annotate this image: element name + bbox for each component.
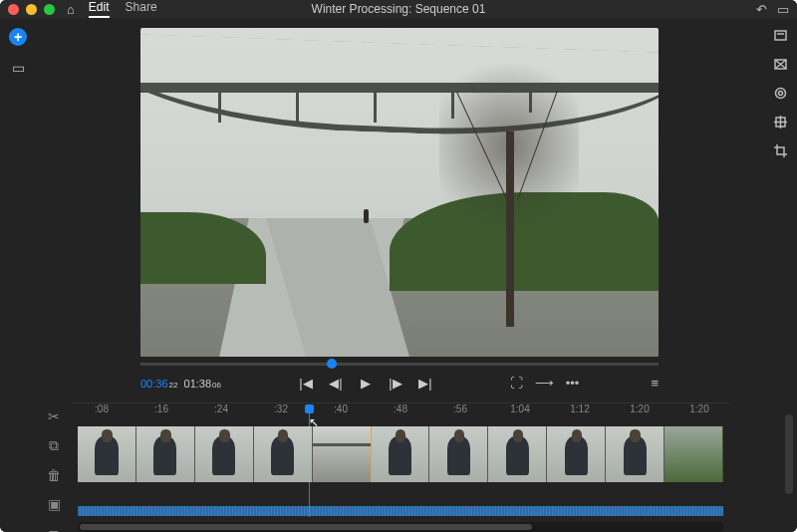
ruler-tick: :32 xyxy=(251,403,311,422)
crop-icon[interactable] xyxy=(773,143,788,158)
scrubber-playhead[interactable] xyxy=(327,359,337,369)
track-options-icon[interactable]: ≣ xyxy=(48,525,60,532)
clip-thumbnail[interactable] xyxy=(78,426,136,482)
preview-right-controls: ⛶ ⟶ ••• ≡ xyxy=(510,376,659,391)
ruler-tick: :08 xyxy=(72,403,132,422)
clip-thumbnail-selected[interactable] xyxy=(313,426,372,482)
main-body: + ▭ xyxy=(0,18,797,532)
clip-thumbnail[interactable] xyxy=(547,426,606,482)
transform-icon[interactable] xyxy=(773,115,788,130)
ruler-tick: 1:20 xyxy=(610,403,669,422)
scissors-icon[interactable]: ✂ xyxy=(48,408,60,424)
panel-toggle-icon[interactable]: ▣ xyxy=(48,496,61,512)
titlebar: ⌂ Edit Share Winter Processing: Sequence… xyxy=(0,0,797,18)
export-frame-icon[interactable]: ⟶ xyxy=(535,376,554,391)
ruler-tick: :40 xyxy=(311,403,371,422)
preview-scrubber[interactable] xyxy=(140,363,659,366)
bridge-strut xyxy=(374,83,377,123)
step-forward-button[interactable]: |▶ xyxy=(389,376,402,391)
home-icon[interactable]: ⌂ xyxy=(67,2,75,17)
maximize-window-button[interactable] xyxy=(44,4,55,15)
svg-point-4 xyxy=(778,92,782,96)
preview-area: 00:3622 01:3806 |◀ ◀| ▶ |▶ ▶| ⛶ ⟶ ••• xyxy=(36,18,763,402)
ruler-tick: :48 xyxy=(371,403,430,422)
menu-share[interactable]: Share xyxy=(126,0,157,18)
clip-thumbnail[interactable] xyxy=(488,426,547,482)
playback-controls: 00:3622 01:3806 |◀ ◀| ▶ |▶ ▶| ⛶ ⟶ ••• xyxy=(140,372,659,399)
vertical-scrollbar[interactable] xyxy=(785,414,793,494)
titles-icon[interactable] xyxy=(773,28,788,43)
clip-thumbnail[interactable] xyxy=(429,426,488,482)
ruler-tick: 1:12 xyxy=(550,403,610,422)
center-panel: 00:3622 01:3806 |◀ ◀| ▶ |▶ ▶| ⛶ ⟶ ••• xyxy=(36,18,763,532)
ruler-tick: 1:04 xyxy=(490,403,550,422)
trash-icon[interactable]: 🗑 xyxy=(47,467,61,483)
go-to-end-button[interactable]: ▶| xyxy=(418,376,432,391)
preview-tree xyxy=(439,48,579,327)
audio-track[interactable] xyxy=(78,506,723,516)
transport-controls: |◀ ◀| ▶ |▶ ▶| xyxy=(299,376,432,391)
app-window: ⌂ Edit Share Winter Processing: Sequence… xyxy=(0,0,797,532)
window-title: Winter Processing: Sequence 01 xyxy=(312,2,486,16)
ruler-tick: :24 xyxy=(191,403,251,422)
ruler-tick: :56 xyxy=(430,403,490,422)
undo-icon[interactable]: ↶ xyxy=(756,2,767,17)
step-back-button[interactable]: ◀| xyxy=(329,376,343,391)
more-options-icon[interactable]: ••• xyxy=(566,376,580,391)
window-controls xyxy=(8,4,55,15)
duplicate-icon[interactable]: ⧉ xyxy=(49,437,59,454)
clip-thumbnail[interactable] xyxy=(606,426,664,482)
bridge-strut xyxy=(296,83,299,127)
project-assets-icon[interactable]: ▭ xyxy=(12,60,25,76)
timeline-toolbar: ✂ ⧉ 🗑 ▣ ≣ xyxy=(36,402,72,532)
go-to-start-button[interactable]: |◀ xyxy=(299,376,313,391)
video-track[interactable] xyxy=(72,422,729,506)
svg-rect-0 xyxy=(775,31,786,40)
fullscreen-icon[interactable]: ⛶ xyxy=(510,376,523,391)
clip-thumbnail[interactable] xyxy=(254,426,313,482)
minimize-window-button[interactable] xyxy=(26,4,37,15)
left-toolbar: + ▭ xyxy=(0,18,36,532)
clip-thumbnail[interactable] xyxy=(664,426,723,482)
video-preview[interactable] xyxy=(140,28,659,357)
clip-thumbnail[interactable] xyxy=(136,426,195,482)
ruler-tick: :16 xyxy=(132,403,191,422)
clip-thumbnail[interactable] xyxy=(195,426,254,482)
clip-thumbnail[interactable] xyxy=(372,426,430,482)
ruler-tick: 1:20 xyxy=(669,403,729,422)
titlebar-right: ↶ ▭ xyxy=(756,2,789,17)
tree-trunk xyxy=(506,132,514,327)
timeline-zoom-scrollbar[interactable] xyxy=(78,522,723,532)
time-ruler[interactable]: :08 :16 :24 :32 :40 :48 :56 1:04 1:12 1:… xyxy=(72,402,729,422)
current-frames: 22 xyxy=(169,381,178,390)
timeline: :08 :16 :24 :32 :40 :48 :56 1:04 1:12 1:… xyxy=(72,402,763,532)
svg-point-3 xyxy=(775,89,785,99)
panel-menu-icon[interactable]: ≡ xyxy=(651,376,659,391)
menu-edit[interactable]: Edit xyxy=(89,0,110,18)
timecode: 00:3622 01:3806 xyxy=(140,378,221,390)
color-icon[interactable] xyxy=(773,86,788,101)
transitions-icon[interactable] xyxy=(773,57,788,72)
scrollbar-thumb[interactable] xyxy=(80,524,532,530)
play-button[interactable]: ▶ xyxy=(359,376,373,391)
preview-person xyxy=(364,209,369,223)
bridge-strut xyxy=(218,83,221,123)
close-window-button[interactable] xyxy=(8,4,19,15)
feedback-icon[interactable]: ▭ xyxy=(777,2,789,17)
total-frames: 06 xyxy=(212,381,221,390)
current-time: 00:36 xyxy=(140,378,168,390)
total-time: 01:38 xyxy=(184,378,212,390)
main-menu: Edit Share xyxy=(89,0,157,18)
add-media-button[interactable]: + xyxy=(9,28,27,46)
timeline-panel: ✂ ⧉ 🗑 ▣ ≣ :08 :16 :24 :32 :40 :48 :56 xyxy=(36,402,763,532)
